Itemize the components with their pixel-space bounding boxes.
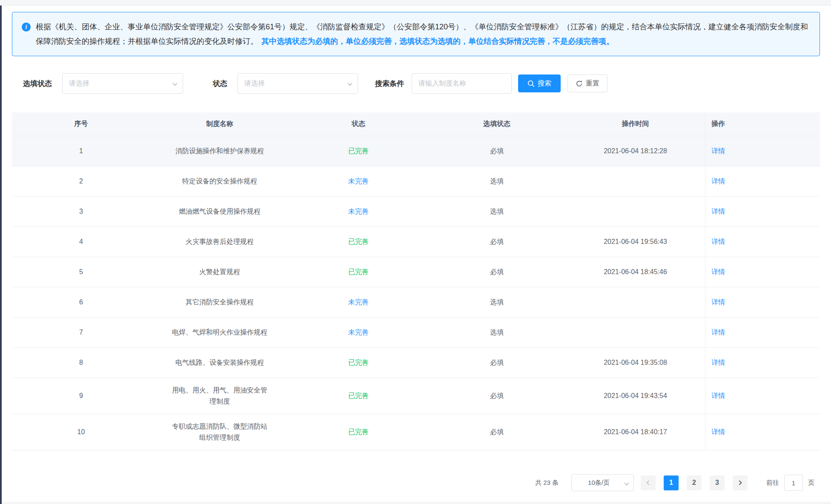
status-text: 已完善	[289, 350, 428, 375]
reset-button-label: 重置	[586, 79, 599, 88]
alert-text: 根据《机关、团体、企业、事业单位消防安全管理规定》公安部令第61号）规定、《消防…	[31, 20, 809, 49]
fill-status-label: 选填状态	[23, 79, 52, 89]
table-row: 9 用电、用火、用气、用油安全管理制度 已完善 必填 2021-06-04 19…	[12, 378, 820, 414]
detail-link[interactable]: 详情	[711, 236, 725, 247]
row-index: 3	[12, 199, 150, 224]
table-header: 序号 制度名称 状态 选填状态 操作时间 操作	[12, 112, 820, 136]
institution-name-cell: 火灾事故善后处理规程	[150, 229, 289, 254]
page-size-select[interactable]: 10条/页	[571, 474, 634, 491]
column-header-time: 操作时间	[566, 120, 705, 129]
pager-pages: 123	[656, 475, 725, 490]
column-header-fill: 选填状态	[428, 120, 566, 129]
operation-time: 2021-06-04 19:35:08	[566, 350, 705, 375]
table-row: 2 特定设备的安全操作规程 未完善 选填 详情	[12, 166, 820, 197]
chevron-down-icon	[347, 81, 352, 86]
row-index: 2	[12, 169, 150, 194]
row-index: 1	[12, 139, 150, 163]
column-header-status: 状态	[289, 120, 428, 129]
action-cell: 详情	[705, 287, 820, 317]
sidebar-edge	[0, 6, 2, 504]
institution-name: 专职或志愿消防队、微型消防站组织管理制度	[169, 421, 270, 443]
operation-time: 2021-06-04 18:40:17	[566, 420, 705, 444]
total-count: 共 23 条	[535, 479, 559, 487]
operation-time: 2021-06-04 19:56:43	[566, 229, 705, 254]
fill-status-select[interactable]: 请选择	[62, 73, 183, 94]
institution-name: 其它消防安全操作规程	[186, 297, 254, 308]
reset-button[interactable]: 重置	[567, 74, 607, 92]
next-page-button[interactable]	[733, 475, 748, 490]
pager-page-1[interactable]: 1	[664, 475, 679, 490]
operation-time	[566, 326, 705, 339]
fill-status-text: 必填	[428, 260, 566, 284]
institution-name: 消防设施操作和维护保养规程	[175, 146, 264, 157]
institution-name: 燃油燃气设备使用操作规程	[179, 206, 261, 217]
row-index: 8	[12, 350, 150, 375]
fill-status-text: 必填	[428, 420, 566, 444]
detail-link[interactable]: 详情	[711, 146, 725, 157]
fill-status-text: 必填	[428, 139, 566, 163]
action-cell: 详情	[705, 197, 820, 226]
action-cell: 详情	[705, 348, 820, 378]
pager-page-3[interactable]: 3	[710, 475, 725, 490]
top-bar	[0, 0, 831, 6]
status-text: 已完善	[289, 229, 428, 254]
action-cell: 详情	[705, 227, 820, 257]
detail-link[interactable]: 详情	[711, 390, 725, 401]
goto-unit: 页	[808, 479, 814, 487]
detail-link[interactable]: 详情	[711, 427, 725, 438]
info-alert: i 根据《机关、团体、企业、事业单位消防安全管理规定》公安部令第61号）规定、《…	[12, 12, 820, 56]
fill-status-text: 必填	[428, 384, 566, 408]
detail-link[interactable]: 详情	[711, 176, 725, 187]
status-text: 未完善	[289, 320, 428, 345]
table-row: 4 火灾事故善后处理规程 已完善 必填 2021-06-04 19:56:43 …	[12, 227, 820, 257]
page-size-value: 10条/页	[588, 479, 610, 487]
institution-name-cell: 其它消防安全操作规程	[150, 290, 289, 315]
status-placeholder: 请选择	[244, 79, 265, 88]
institution-name-cell: 电气线路、设备安装操作规程	[150, 350, 289, 375]
chevron-down-icon	[624, 481, 629, 485]
operation-time	[566, 295, 705, 309]
institution-name-cell: 火警处置规程	[150, 260, 289, 284]
action-cell: 详情	[705, 257, 820, 287]
row-index: 10	[12, 420, 150, 444]
fill-status-text: 选填	[428, 169, 566, 194]
operation-time	[566, 205, 705, 218]
refresh-icon	[576, 80, 583, 87]
institution-name: 特定设备的安全操作规程	[182, 176, 257, 187]
institution-name-cell: 用电、用火、用气、用油安全管理制度	[150, 378, 289, 414]
alert-text-highlight: 其中选填状态为必填的，单位必须完善，选填状态为选填的，单位结合实际情况完善，不是…	[261, 37, 614, 46]
page: i 根据《机关、团体、企业、事业单位消防安全管理规定》公安部令第61号）规定、《…	[0, 0, 831, 504]
detail-link[interactable]: 详情	[711, 266, 725, 278]
filter-bar: 选填状态 请选择 状态 请选择 搜索条件 搜索	[12, 73, 820, 94]
table-row: 8 电气线路、设备安装操作规程 已完善 必填 2021-06-04 19:35:…	[12, 348, 820, 378]
detail-link[interactable]: 详情	[711, 206, 725, 217]
pager-page-2[interactable]: 2	[687, 475, 702, 490]
operation-time	[566, 175, 705, 188]
institution-name-cell: 特定设备的安全操作规程	[150, 169, 289, 194]
main-content: i 根据《机关、团体、企业、事业单位消防安全管理规定》公安部令第61号）规定、《…	[12, 6, 820, 491]
status-text: 已完善	[289, 139, 428, 163]
goto-page-input[interactable]	[784, 475, 803, 491]
table-row: 6 其它消防安全操作规程 未完善 选填 详情	[12, 287, 820, 318]
search-button[interactable]: 搜索	[518, 74, 561, 92]
detail-link[interactable]: 详情	[711, 327, 725, 338]
table-row: 1 消防设施操作和维护保养规程 已完善 必填 2021-06-04 18:12:…	[12, 136, 820, 166]
info-icon: i	[22, 23, 31, 32]
detail-link[interactable]: 详情	[711, 297, 725, 308]
search-icon	[527, 80, 535, 87]
row-index: 9	[12, 384, 150, 408]
column-header-name: 制度名称	[150, 120, 289, 129]
table-row: 5 火警处置规程 已完善 必填 2021-06-04 18:45:46 详情	[12, 257, 820, 287]
detail-link[interactable]: 详情	[711, 357, 725, 368]
fill-status-text: 选填	[428, 199, 566, 224]
status-text: 未完善	[289, 290, 428, 315]
chevron-down-icon	[172, 81, 177, 86]
operation-time: 2021-06-04 19:43:54	[566, 384, 705, 408]
search-input[interactable]	[412, 73, 512, 94]
status-select[interactable]: 请选择	[238, 73, 358, 94]
institution-name: 电焊、气焊和明火作业操作规程	[172, 327, 267, 338]
row-index: 6	[12, 290, 150, 315]
fill-status-text: 选填	[428, 290, 566, 315]
institution-name: 火警处置规程	[199, 266, 240, 278]
prev-page-button[interactable]	[641, 475, 656, 490]
